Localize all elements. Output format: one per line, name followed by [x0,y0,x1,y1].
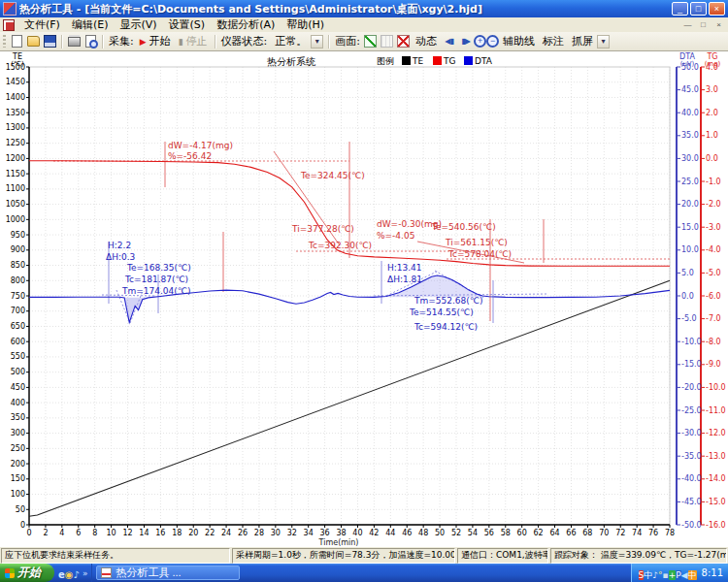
tg-tick-label: 2.0 [706,109,718,117]
annotate-button[interactable]: 标注 [539,33,568,49]
tg-tick-label: -11.0 [706,406,726,415]
te-tick-label: 1200 [6,154,25,163]
tg-tick-label: -3.0 [706,223,721,232]
time-tick-label: 0 [26,529,31,537]
menu-file[interactable]: 文件(F) [18,18,66,32]
annotation-text: H:13.41 [387,263,422,273]
annotation-text: Ti=377.28(℃) [291,224,354,234]
time-tick-label: 8 [92,529,97,537]
media-player-icon[interactable]: ◉ [65,569,74,580]
svg-text:(uV): (uV) [680,60,695,68]
toolbar-more-dropdown[interactable]: ▾ [597,35,610,48]
te-tick-label: 350 [11,413,25,422]
print-button[interactable] [67,35,82,48]
mdi-close-button[interactable]: × [711,19,726,31]
scale-view-button[interactable] [363,35,378,48]
taskbar-clock[interactable]: 8:11 [702,567,723,578]
toolbar-grip[interactable] [3,35,6,48]
menu-settings[interactable]: 设置(S) [163,18,212,32]
tg-tick-label: -4.0 [706,245,721,254]
clear-view-button[interactable] [396,35,411,48]
time-tick-label: 12 [122,529,132,537]
annotation-text: Te=324.45(℃) [300,171,365,180]
window-controls: _ □ × [672,2,725,16]
dta-tick-label: 5.0 [681,269,694,277]
screen-capture-button[interactable]: 抓屏 [568,33,597,49]
task-button-thermal-tool[interactable]: 热分析工具 ... [96,566,240,580]
menu-view[interactable]: 显示(V) [114,18,162,32]
update-tray-icon[interactable]: ◀ [681,570,688,580]
status-message: 应下位机要求结束采样任务。 [1,548,230,564]
chart[interactable]: 0501001502002503003504004505005506006507… [0,51,728,547]
maximize-button[interactable]: □ [690,2,707,16]
ime-chinese-icon[interactable]: 中 [644,570,652,580]
zoom-in-icon[interactable]: + [474,35,486,48]
messenger-icon[interactable]: ♪ [74,569,80,580]
print-preview-button[interactable] [83,35,98,48]
stop-icon: ▮ [179,37,183,47]
time-tick-label: 48 [418,529,428,537]
start-button[interactable]: 开始 [0,564,54,582]
series-TE [29,280,670,516]
dta-tick-label: -50.0 [681,521,702,530]
dynamic-button[interactable]: 动态 [412,33,441,49]
auxiliary-line-button[interactable]: 辅助线 [499,33,539,49]
te-tick-label: 650 [11,322,25,331]
time-tick-label: 72 [615,529,625,537]
te-tick-label: 200 [11,460,25,469]
start-label: 开始 [149,34,171,48]
dta-tick-label: 35.0 [681,131,699,140]
mdi-minimize-button[interactable]: — [680,19,695,31]
annotation-text: %=-4.05 [377,231,414,241]
te-tick-label: 1150 [6,170,25,178]
grid-view-button[interactable] [380,35,394,48]
save-file-button[interactable] [43,35,57,48]
app-tray-icon[interactable]: ▪ [663,570,669,580]
time-tick-label: 54 [468,529,478,537]
menu-data-analysis[interactable]: 数据分析(A) [211,18,281,32]
annotation-text: Te=540.56(℃) [431,222,496,232]
te-tick-label: 1100 [6,184,25,193]
menu-edit[interactable]: 编辑(E) [66,18,115,32]
open-file-button[interactable] [26,35,41,48]
dta-tick-label: 30.0 [681,154,699,163]
quick-launch-more-icon[interactable]: » [83,568,88,578]
zoom-out-icon[interactable]: − [486,35,499,48]
new-file-button[interactable] [10,35,24,48]
te-tick-label: 850 [11,261,25,270]
print-icon [68,37,81,47]
annotation-text: ΔH:0.3 [106,252,135,262]
ime-lang-icon[interactable]: 中 [688,570,697,580]
tg-tick-label: -16.0 [706,521,726,530]
legend-label: 图例 [377,56,394,66]
menu-help[interactable]: 帮助(H) [281,18,330,32]
time-tick-label: 78 [665,529,675,537]
dta-tick-label: 20.0 [681,200,699,209]
pan-left-button[interactable]: ◀▮ [442,35,456,48]
minimize-button[interactable]: _ [672,2,688,16]
time-tick-label: 18 [172,529,182,537]
taskbar: 开始 e◉♪ » 热分析工具 ... S中♪°▪+P◀中 8:11 [0,564,728,582]
te-tick-label: 100 [11,490,25,499]
mdi-restore-button[interactable]: □ [696,19,711,31]
svg-text:(mg): (mg) [705,60,721,68]
close-button[interactable]: × [709,2,725,16]
annotation-text: Tc=392.30(℃) [308,241,372,250]
stop-collect-button[interactable]: ▮ 停止 [175,33,212,49]
chevron-down-icon[interactable]: ▾ [311,35,323,48]
task-button-label: 热分析工具 ... [116,566,181,580]
tg-tick-label: -1.0 [706,178,721,186]
start-collect-button[interactable]: ▶ 开始 [136,33,175,49]
te-tick-label: 300 [11,429,25,437]
grid-chart-icon [381,35,393,48]
pan-right-button[interactable]: ▮▶ [458,35,473,48]
instrument-status-combobox[interactable]: 正常。 ▾ [271,34,323,48]
annotation-text: Te=514.55(℃) [409,307,474,317]
internet-explorer-icon[interactable]: e [58,569,65,580]
time-tick-label: 68 [582,529,592,537]
time-tick-label: 58 [501,529,511,537]
time-tick-label: 14 [139,529,149,537]
tg-tick-label: -6.0 [706,292,721,301]
time-tick-label: 20 [188,529,198,537]
te-tick-label: 450 [11,383,25,392]
